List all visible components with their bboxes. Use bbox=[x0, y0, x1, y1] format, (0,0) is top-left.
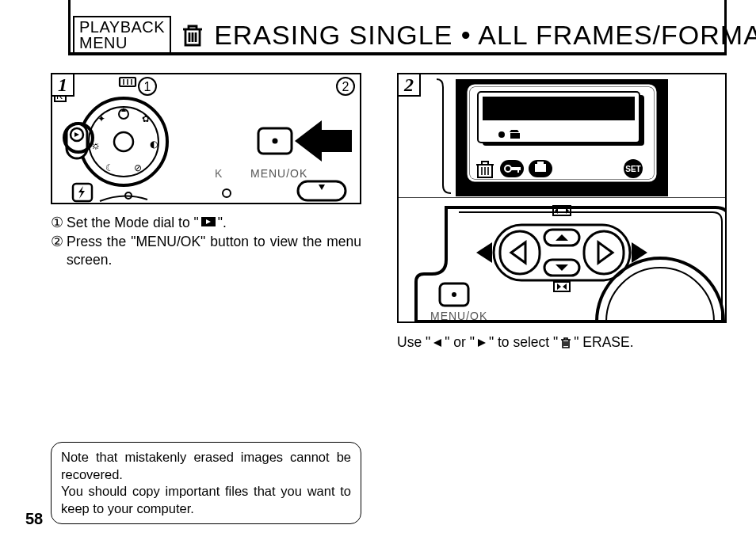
svg-text:2: 2 bbox=[342, 80, 349, 93]
svg-text:K: K bbox=[215, 167, 223, 180]
svg-rect-59 bbox=[517, 167, 519, 173]
note-box: Note that mistakenly erased images canno… bbox=[51, 442, 361, 524]
left-arrow-icon bbox=[432, 337, 443, 348]
figure-1: 1 K bbox=[51, 73, 361, 204]
svg-text:MENU/OK: MENU/OK bbox=[250, 167, 307, 180]
cap2-b: " or " bbox=[445, 334, 475, 351]
step1-instructions: ① Set the Mode dial to "". ② Press the "… bbox=[51, 214, 361, 270]
playback-mode-icon bbox=[200, 216, 216, 227]
svg-rect-60 bbox=[535, 164, 546, 172]
circled-two: ② bbox=[51, 233, 67, 270]
svg-text:SET: SET bbox=[625, 165, 640, 173]
svg-point-49 bbox=[498, 131, 505, 138]
svg-rect-58 bbox=[511, 167, 521, 170]
step1-line2: Press the "MENU/OK" button to view the m… bbox=[67, 233, 361, 270]
trash-icon bbox=[179, 21, 206, 48]
figure-number-1: 1 bbox=[51, 73, 74, 97]
figure-1-illustration: K ✿ ✦ ⛭ ◐ ⊘ bbox=[52, 74, 360, 203]
cap2-a: Use " bbox=[397, 334, 430, 351]
step1-line1-suffix: ". bbox=[218, 215, 227, 230]
svg-text:☾: ☾ bbox=[105, 162, 114, 173]
figure-number-2: 2 bbox=[397, 73, 421, 97]
dpad-left-button bbox=[500, 231, 540, 274]
svg-point-14 bbox=[114, 132, 133, 151]
dpad-right-button bbox=[584, 231, 624, 274]
svg-marker-80 bbox=[478, 339, 486, 347]
erase-trash-icon bbox=[559, 337, 572, 349]
step1-line1-prefix: Set the Mode dial to " bbox=[67, 215, 199, 230]
note-line1: Note that mistakenly erased images canno… bbox=[61, 449, 351, 483]
svg-text:⊘: ⊘ bbox=[134, 162, 142, 173]
step2-caption: Use " " or " " to select " " ERASE. bbox=[397, 334, 727, 351]
callout-marker-1: 1 bbox=[139, 78, 156, 95]
figure-2: 2 bbox=[397, 73, 727, 323]
svg-text:◐: ◐ bbox=[150, 139, 158, 150]
figure-2-illustration: SET bbox=[399, 74, 725, 321]
svg-point-36 bbox=[273, 139, 278, 144]
page-number: 58 bbox=[25, 510, 43, 528]
svg-text:✿: ✿ bbox=[142, 113, 150, 124]
right-arrow-icon bbox=[476, 337, 487, 348]
circled-one: ① bbox=[51, 214, 67, 233]
svg-rect-48 bbox=[483, 97, 635, 120]
page-header: PLAYBACK MENU ERASING SINGLE • ALL FRAME… bbox=[73, 16, 723, 54]
cap2-d: " ERASE. bbox=[574, 334, 633, 351]
svg-text:✦: ✦ bbox=[97, 113, 105, 124]
lcd-set-icon: SET bbox=[624, 159, 643, 178]
svg-rect-61 bbox=[537, 162, 544, 165]
svg-marker-79 bbox=[433, 339, 441, 347]
svg-point-77 bbox=[452, 292, 456, 297]
svg-text:1: 1 bbox=[144, 80, 151, 93]
svg-text:MENU/OK: MENU/OK bbox=[430, 310, 487, 321]
callout-marker-2: 2 bbox=[337, 78, 354, 95]
note-line2: You should copy important files that you… bbox=[61, 483, 351, 517]
cap2-c: " to select " bbox=[489, 334, 558, 351]
playback-menu-badge: PLAYBACK MENU bbox=[73, 16, 171, 54]
page-title: ERASING SINGLE • ALL FRAMES/FORMATTING bbox=[214, 20, 756, 51]
